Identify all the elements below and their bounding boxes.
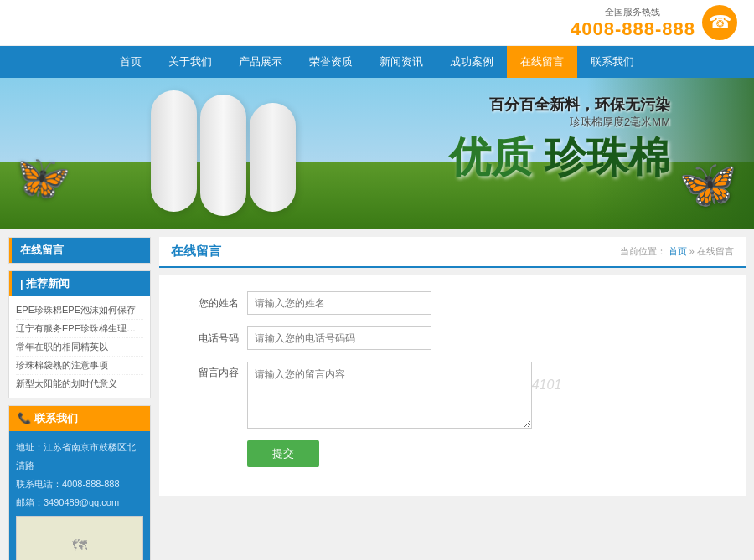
contact-icon: 📞 xyxy=(18,412,34,424)
hotline-number: 4008-888-888 xyxy=(571,18,695,40)
nav-home[interactable]: 首页 xyxy=(106,46,155,78)
news-item-2[interactable]: 辽宁有服务EPE珍珠棉生理应用平台 xyxy=(16,320,143,338)
nav-contact[interactable]: 联系我们 xyxy=(577,46,648,78)
news-item-4[interactable]: 珍珠棉袋熟的注意事项 xyxy=(16,357,143,375)
form-content-textarea[interactable] xyxy=(247,362,532,429)
form-name-input[interactable] xyxy=(247,291,431,315)
form-submit-row: 提交 xyxy=(184,440,720,467)
content-area: 在线留言 当前位置： 首页 » 在线留言 https://www.huzhan.… xyxy=(159,237,746,560)
nav-products[interactable]: 产品展示 xyxy=(225,46,296,78)
form-phone-label: 电话号码 xyxy=(184,331,239,346)
butterfly-right-icon: 🦋 xyxy=(679,157,737,212)
sidebar-contact-title: 📞 联系我们 xyxy=(9,406,150,431)
content-title: 在线留言 xyxy=(171,244,221,259)
form-content-label: 留言内容 xyxy=(184,362,239,380)
sidebar-news-title: | 推荐新闻 xyxy=(9,271,150,296)
content-header: 在线留言 当前位置： 首页 » 在线留言 xyxy=(159,237,746,268)
sidebar-message-title: 在线留言 xyxy=(9,238,150,263)
breadcrumb-current: 在线留言 xyxy=(697,246,734,256)
butterfly-left-icon: 🦋 xyxy=(17,152,71,203)
sidebar-news-section: | 推荐新闻 EPE珍珠棉EPE泡沫如何保存 辽宁有服务EPE珍珠棉生理应用平台… xyxy=(8,270,151,398)
sidebar-contact-body: 地址：江苏省南京市鼓楼区北清路 联系电话：4008-888-888 邮箱：349… xyxy=(9,431,150,560)
form-phone-row: 电话号码 xyxy=(184,326,720,350)
main-nav: 首页 关于我们 产品展示 荣誉资质 新闻资讯 成功案例 在线留言 联系我们 xyxy=(0,46,754,78)
breadcrumb: 当前位置： 首页 » 在线留言 xyxy=(620,245,734,258)
sidebar-message-section: 在线留言 xyxy=(8,237,151,264)
nav-honor[interactable]: 荣誉资质 xyxy=(296,46,366,78)
breadcrumb-label: 当前位置： xyxy=(620,246,666,256)
form-content-row: 留言内容 xyxy=(184,362,720,429)
sidebar-contact-section: 📞 联系我们 地址：江苏省南京市鼓楼区北清路 联系电话：4008-888-888… xyxy=(8,405,151,560)
sidebar: 在线留言 | 推荐新闻 EPE珍珠棉EPE泡沫如何保存 辽宁有服务EPE珍珠棉生… xyxy=(8,237,151,560)
hotline-box: 全国服务热线 4008-888-888 xyxy=(571,6,695,40)
nav-cases[interactable]: 成功案例 xyxy=(436,46,507,78)
form-phone-input[interactable] xyxy=(247,326,431,350)
nav-about[interactable]: 关于我们 xyxy=(155,46,225,78)
breadcrumb-home[interactable]: 首页 xyxy=(669,246,687,256)
sidebar-news-list: EPE珍珠棉EPE泡沫如何保存 辽宁有服务EPE珍珠棉生理应用平台 常年在职的相… xyxy=(9,296,150,398)
banner: 🦋 🦋 百分百全新料，环保无污染 珍珠棉厚度2毫米MM 优质 珍珠棉 xyxy=(0,78,754,229)
form-name-label: 您的姓名 xyxy=(184,296,239,311)
contact-email: 邮箱：3490489@qq.com xyxy=(16,493,143,511)
banner-text1: 百分百全新料，环保无污染 xyxy=(449,95,670,115)
main-container: 在线留言 | 推荐新闻 EPE珍珠棉EPE泡沫如何保存 辽宁有服务EPE珍珠棉生… xyxy=(0,229,754,560)
contact-phone: 联系电话：4008-888-888 xyxy=(16,475,143,493)
hotline-label: 全国服务热线 xyxy=(571,6,695,18)
news-item-1[interactable]: EPE珍珠棉EPE泡沫如何保存 xyxy=(16,301,143,320)
breadcrumb-sep: » xyxy=(689,246,697,256)
cotton-rolls xyxy=(151,90,296,216)
banner-text-block: 百分百全新料，环保无污染 珍珠棉厚度2毫米MM 优质 珍珠棉 xyxy=(449,95,670,186)
banner-main-title: 优质 珍珠棉 xyxy=(449,130,670,186)
contact-address: 地址：江苏省南京市鼓楼区北清路 xyxy=(16,438,143,475)
hotline-icon: ☎ xyxy=(702,5,737,40)
header: 全国服务热线 4008-888-888 ☎ xyxy=(0,0,754,46)
nav-message[interactable]: 在线留言 xyxy=(507,46,577,78)
map-placeholder: 🗺 地图 xyxy=(16,516,143,560)
nav-news[interactable]: 新闻资讯 xyxy=(366,46,436,78)
news-item-3[interactable]: 常年在职的相同精英以 xyxy=(16,338,143,357)
submit-button[interactable]: 提交 xyxy=(247,440,319,467)
banner-text2: 珍珠棉厚度2毫米MM xyxy=(449,115,670,130)
form-container: https://www.huzhan.com/ishop34101 您的姓名 电… xyxy=(159,275,746,496)
form-name-row: 您的姓名 xyxy=(184,291,720,315)
news-item-5[interactable]: 新型太阳能的划时代意义 xyxy=(16,375,143,393)
